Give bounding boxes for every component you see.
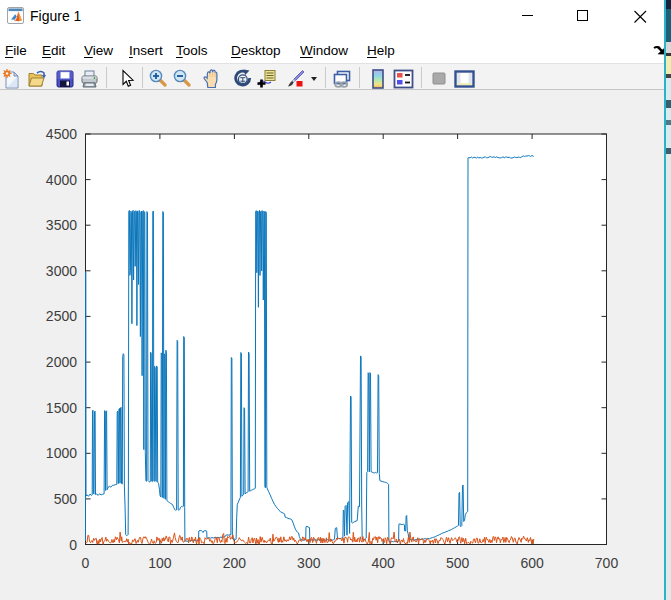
svg-text:2000: 2000 xyxy=(46,354,77,370)
svg-text:200: 200 xyxy=(223,555,247,571)
svg-text:300: 300 xyxy=(297,555,321,571)
svg-text:500: 500 xyxy=(54,491,78,507)
svg-text:500: 500 xyxy=(446,555,470,571)
svg-text:100: 100 xyxy=(148,555,172,571)
svg-text:0: 0 xyxy=(69,537,77,553)
svg-text:0: 0 xyxy=(82,555,90,571)
svg-text:600: 600 xyxy=(520,555,544,571)
svg-text:4000: 4000 xyxy=(46,172,77,188)
svg-text:1500: 1500 xyxy=(46,400,77,416)
svg-text:2500: 2500 xyxy=(46,308,77,324)
svg-text:3000: 3000 xyxy=(46,263,77,279)
svg-text:3500: 3500 xyxy=(46,217,77,233)
svg-text:400: 400 xyxy=(372,555,396,571)
svg-text:4500: 4500 xyxy=(46,126,77,142)
svg-text:700: 700 xyxy=(595,555,619,571)
svg-text:1000: 1000 xyxy=(46,445,77,461)
